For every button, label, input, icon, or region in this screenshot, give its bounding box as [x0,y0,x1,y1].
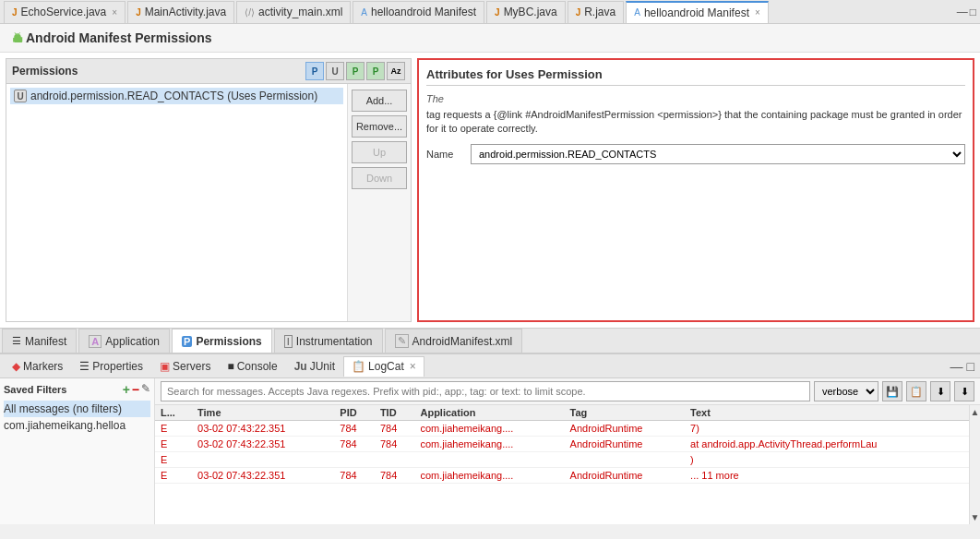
tab-echservice[interactable]: J EchoService.java × [4,1,125,23]
java-icon: J [576,7,581,18]
java-icon: J [495,7,500,18]
permission-list: U android.permission.READ_CONTACTS (Uses… [6,84,347,321]
java-icon: J [136,7,141,18]
attr-description: The tag requests a {@link #AndroidManife… [426,93,965,137]
add-button[interactable]: Add... [352,90,407,112]
remove-filter-btn[interactable]: − [132,382,139,397]
row-app: com.jiahemeikang.... [414,421,564,437]
tab-mybc[interactable]: J MyBC.java [486,1,566,23]
table-row[interactable]: E 03-02 07:43:22.351 784 784 com.jiaheme… [155,468,969,484]
add-filter-btn[interactable]: + [123,382,130,397]
bottom-panel: ◆ Markers ☰ Properties ▣ Servers ■ Conso… [0,353,980,524]
tab-rjava[interactable]: J R.java [568,1,625,23]
panel-header: Permissions P U P P Az [6,58,412,84]
filter-app[interactable]: com.jiahemeikang.helloa [4,417,150,434]
markers-label: Markers [23,360,63,373]
scroll-up-arrow[interactable]: ▲ [971,407,980,417]
logcat-search-input[interactable] [161,381,810,401]
row-tag: AndroidRuntime [565,421,686,437]
minimize-btn[interactable]: — [957,6,968,18]
row-time [192,452,334,468]
row-pid: 784 [334,421,375,437]
bottom-maximize-btn[interactable]: □ [967,359,974,374]
logcat-scroll-bottom-btn[interactable]: ⬇ [954,381,974,401]
bottom-tab-logcat[interactable]: 📋 LogCat × [343,356,424,377]
bottom-tab-properties[interactable]: ☰ Properties [71,356,151,377]
filter-app-label: com.jiahemeikang.helloa [4,419,125,432]
down-button[interactable]: Down [352,167,407,189]
logcat-label: LogCat [368,360,404,373]
tab-close[interactable]: × [755,7,760,18]
logcat-icon: 📋 [352,360,365,373]
logcat-area: Saved Filters + − ✎ All messages (no fil… [0,378,980,524]
saved-filters-title: Saved Filters [4,384,66,395]
table-row[interactable]: E 03-02 07:43:22.351 784 784 com.jiaheme… [155,421,969,437]
tab-label: MainActivity.java [145,6,226,18]
scroll-down-arrow[interactable]: ▼ [971,512,980,522]
manifest-tab-label: Manifest [25,335,66,348]
row-time: 03-02 07:43:22.351 [192,437,334,452]
table-row[interactable]: E 03-02 07:43:22.351 784 784 com.jiaheme… [155,437,969,452]
tab-manifest2[interactable]: A helloandroid Manifest × [626,1,769,23]
maximize-btn[interactable]: □ [970,6,976,18]
toolbar-p3[interactable]: P [366,62,385,80]
attr-desc-text: tag requests a {@link #AndroidManifestPe… [426,108,965,137]
main-panels: Permissions P U P P Az U android.permiss… [0,53,980,328]
table-row[interactable]: E ) [155,452,969,468]
tab-application-editor[interactable]: A Application [78,329,170,353]
attributes-title: Attributes for Uses Permission [426,67,965,86]
tab-manifest1[interactable]: A helloandroid Manifest [353,1,484,23]
bottom-minimize-btn[interactable]: — [950,359,963,374]
bottom-tab-junit[interactable]: Ju JUnit [286,356,343,377]
logcat-scroll-lock-btn[interactable]: ⬇ [930,381,950,401]
properties-icon: ☰ [79,360,90,373]
row-tid: 784 [375,437,415,452]
toolbar-az[interactable]: Az [387,62,405,80]
junit-icon: Ju [294,360,307,373]
toolbar-p1[interactable]: P [305,62,324,80]
tab-permissions-editor[interactable]: P Permissions [172,329,272,353]
permission-item[interactable]: U android.permission.READ_CONTACTS (Uses… [10,88,343,104]
toolbar-p2[interactable]: P [346,62,365,80]
row-text: 7) [685,421,969,437]
permissions-tab-label: Permissions [196,335,261,348]
logcat-close[interactable]: × [410,360,416,373]
logcat-toolbar: verbose debug info warn error 💾 📋 ⬇ ⬇ [155,378,980,405]
row-tag: AndroidRuntime [565,468,686,484]
bottom-tab-servers[interactable]: ▣ Servers [151,356,219,377]
filter-all-messages[interactable]: All messages (no filters) [4,401,150,417]
tab-androidmanifest-editor[interactable]: ✎ AndroidManifest.xml [385,329,523,353]
row-app: com.jiahemeikang.... [414,437,564,452]
console-label: Console [237,360,278,373]
toolbar-u[interactable]: U [326,62,344,80]
tab-manifest-editor[interactable]: ☰ Manifest [2,329,77,353]
scrollbar[interactable]: ▲ ▼ [969,405,980,524]
row-tid [375,452,415,468]
col-pid: PID [334,405,375,421]
remove-button[interactable]: Remove... [352,115,407,138]
tab-instrumentation-editor[interactable]: I Instrumentation [274,329,383,353]
edit-filter-btn[interactable]: ✎ [141,382,150,397]
col-tid: TID [375,405,415,421]
editor-tabs: ☰ Manifest A Application P Permissions I… [0,328,980,353]
tab-mainactivity[interactable]: J MainActivity.java [127,1,234,23]
col-application: Application [414,405,564,421]
page-title: Android Manifest Permissions [26,30,211,45]
saved-filters-header: Saved Filters + − ✎ [4,382,150,397]
row-text: at android.app.ActivityThread.performLau [685,437,969,452]
junit-label: JUnit [310,360,335,373]
androidmanifest-tab-label: AndroidManifest.xml [412,335,513,348]
tab-label: helloandroid Manifest [371,6,476,18]
up-button[interactable]: Up [352,141,407,163]
tab-activitymain[interactable]: ⟨/⟩ activity_main.xml [236,1,351,23]
attr-name-select[interactable]: android.permission.READ_CONTACTS android… [471,144,965,164]
logcat-level-select[interactable]: verbose debug info warn error [814,381,878,401]
bottom-tab-markers[interactable]: ◆ Markers [4,356,71,377]
logcat-main: verbose debug info warn error 💾 📋 ⬇ ⬇ L [155,378,980,524]
markers-icon: ◆ [12,360,20,373]
bottom-tab-console[interactable]: ■ Console [219,356,285,377]
instrumentation-tab-icon: I [284,335,293,348]
tab-close[interactable]: × [112,7,117,18]
logcat-save-btn[interactable]: 💾 [882,381,902,401]
logcat-copy-btn[interactable]: 📋 [906,381,926,401]
